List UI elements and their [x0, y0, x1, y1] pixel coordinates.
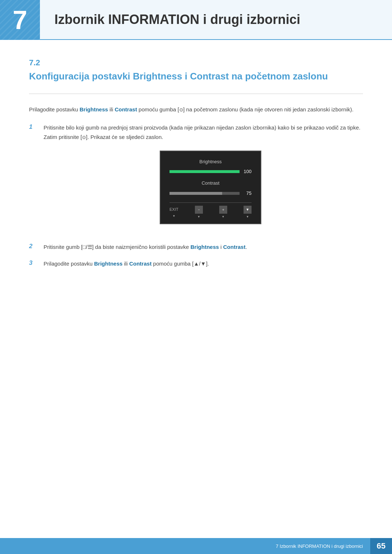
page-footer: 7 Izbornik INFORMATION i drugi izbornici…	[0, 538, 392, 554]
step3-contrast: Contrast	[129, 260, 152, 267]
footer-page-number: 65	[370, 538, 392, 554]
intro-paragraph: Prilagodite postavku Brightness ili Cont…	[29, 105, 363, 114]
plus-btn: ＋	[219, 206, 227, 214]
step2-brightness: Brightness	[191, 244, 219, 250]
plus-col: ＋ ▼	[219, 206, 227, 219]
brightness-bar-track	[170, 170, 240, 173]
exit-arrow: ▼	[172, 214, 175, 219]
brightness-bar-fill	[170, 170, 240, 173]
menu-col: ▼ ▼	[244, 206, 252, 219]
chapter-title: Izbornik INFORMATION i drugi izbornici	[54, 12, 300, 27]
contrast-value: 75	[242, 189, 252, 197]
step2-contrast: Contrast	[223, 244, 246, 250]
menu-btn: ▼	[244, 206, 252, 214]
contrast-bar-container: 75	[170, 189, 252, 197]
osd-container: Brightness 100 Contrast	[58, 151, 363, 224]
brightness-row: Brightness 100	[170, 158, 252, 176]
contrast-bar-track	[170, 192, 240, 195]
footer-text: 7 Izbornik INFORMATION i drugi izbornici	[276, 543, 370, 549]
section-divider	[29, 94, 363, 94]
minus-btn: －	[195, 206, 203, 214]
osd-footer: EXIT ▼ － ▼ ＋ ▼	[170, 202, 252, 219]
step-2: 2 Pritisnite gumb [□/☰] da biste naizmje…	[29, 242, 363, 252]
brightness-label: Brightness	[170, 158, 252, 166]
step3-brightness: Brightness	[94, 260, 122, 267]
brightness-highlight: Brightness	[79, 106, 108, 112]
contrast-highlight: Contrast	[115, 106, 137, 112]
section-number: 7.2	[29, 58, 363, 67]
steps-list: 1 Pritisnite bilo koji gumb na prednjoj …	[29, 123, 363, 268]
step-3: 3 Prilagodite postavku Brightness ili Co…	[29, 259, 363, 268]
minus-arrow: ▼	[197, 214, 200, 219]
step-2-number: 2	[29, 243, 44, 250]
section-heading: 7.2 Konfiguracija postavki Brightness i …	[29, 58, 363, 83]
contrast-row: Contrast 75	[170, 179, 252, 197]
exit-col: EXIT ▼	[170, 206, 178, 218]
page-header: 7 Izbornik INFORMATION i drugi izbornici	[0, 0, 392, 40]
brightness-value: 100	[242, 168, 252, 176]
brightness-bar-container: 100	[170, 168, 252, 176]
osd-screen: Brightness 100 Contrast	[160, 151, 261, 224]
step-1: 1 Pritisnite bilo koji gumb na prednjoj …	[29, 123, 363, 235]
chapter-number-box: 7	[0, 0, 40, 40]
contrast-label: Contrast	[170, 179, 252, 187]
step-1-number: 1	[29, 123, 44, 131]
main-content: 7.2 Konfiguracija postavki Brightness i …	[0, 40, 392, 304]
chapter-title-box: Izbornik INFORMATION i drugi izbornici	[40, 0, 392, 40]
step-3-text: Prilagodite postavku Brightness ili Cont…	[44, 259, 363, 268]
step-1-text: Pritisnite bilo koji gumb na prednjoj st…	[44, 123, 363, 235]
exit-label: EXIT	[170, 206, 178, 213]
plus-arrow: ▼	[222, 214, 225, 219]
menu-arrow: ▼	[246, 214, 249, 219]
step-3-number: 3	[29, 259, 44, 267]
chapter-number: 7	[13, 7, 27, 33]
step-2-text: Pritisnite gumb [□/☰] da biste naizmjeni…	[44, 242, 363, 252]
contrast-bar-fill	[170, 192, 222, 195]
minus-col: － ▼	[195, 206, 203, 219]
section-title: Konfiguracija postavki Brightness i Cont…	[29, 70, 363, 83]
